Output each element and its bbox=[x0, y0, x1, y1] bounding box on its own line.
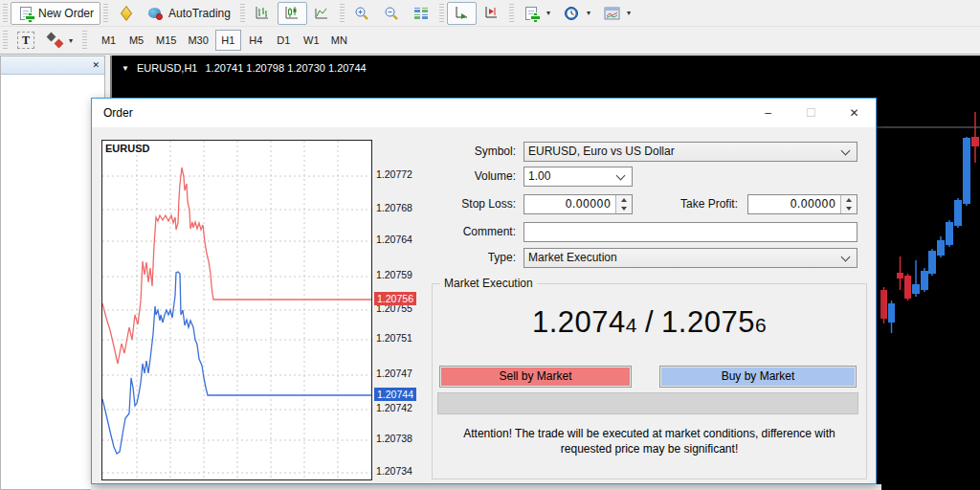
chevron-down-icon bbox=[841, 146, 851, 156]
toolbar-grip bbox=[103, 4, 108, 23]
sell-by-market-button[interactable]: Sell by Market bbox=[439, 366, 632, 388]
price-separator: / bbox=[645, 305, 654, 339]
indicators-caret-icon: ▾ bbox=[546, 9, 550, 17]
arrows-caret-icon: ▾ bbox=[69, 36, 73, 45]
periods-button[interactable]: ▾ bbox=[557, 2, 597, 25]
left-panel-header: ✕ bbox=[1, 56, 104, 75]
timeframe-mn[interactable]: MN bbox=[326, 30, 352, 51]
metaeditor-icon bbox=[118, 6, 134, 21]
toolbar-grip bbox=[3, 31, 8, 50]
auto-scroll-icon bbox=[454, 6, 470, 21]
text-tool-button[interactable]: T bbox=[11, 29, 41, 52]
ask-price-badge: 1.20756 bbox=[374, 292, 416, 305]
dialog-titlebar[interactable]: Order – ☐ ✕ bbox=[92, 99, 876, 127]
candlestick-button[interactable] bbox=[278, 2, 307, 25]
indicators-button[interactable]: ▾ bbox=[517, 2, 557, 25]
axis-price-label: 1.20751 bbox=[376, 332, 412, 344]
panel-close-button[interactable]: ✕ bbox=[92, 61, 100, 70]
timeframe-m15[interactable]: M15 bbox=[151, 30, 181, 51]
dialog-bottom-strip bbox=[91, 484, 881, 490]
tick-chart-price-axis: 1.207721.207681.207641.207591.207551.207… bbox=[374, 140, 416, 480]
tick-chart[interactable]: EURUSD bbox=[101, 140, 372, 480]
comment-input[interactable] bbox=[523, 222, 858, 242]
axis-price-label: 1.20747 bbox=[376, 368, 412, 379]
metaeditor-button[interactable] bbox=[111, 2, 141, 25]
close-button[interactable]: ✕ bbox=[833, 99, 876, 127]
indicators-icon bbox=[523, 6, 540, 21]
stop-loss-label: Stop Loss: bbox=[391, 194, 516, 214]
timeframe-m30[interactable]: M30 bbox=[183, 30, 212, 51]
type-select[interactable]: Market Execution bbox=[523, 248, 858, 268]
axis-price-label: 1.20759 bbox=[376, 269, 412, 280]
toolbar-grip[interactable] bbox=[3, 4, 8, 23]
comment-label: Comment: bbox=[391, 222, 516, 242]
volume-label: Volume: bbox=[391, 167, 516, 187]
take-profit-label: Take Profit: bbox=[613, 194, 738, 214]
timeframe-d1[interactable]: D1 bbox=[271, 30, 297, 51]
autotrading-icon bbox=[147, 6, 164, 21]
ask-price-last-digit: 6 bbox=[755, 314, 767, 336]
tile-windows-button[interactable] bbox=[407, 2, 436, 25]
arrows-tool-button[interactable]: ▾ bbox=[41, 29, 79, 52]
zoom-in-icon bbox=[354, 6, 370, 21]
group-title: Market Execution bbox=[440, 277, 537, 290]
type-label: Type: bbox=[391, 248, 516, 268]
bid-price-last-digit: 4 bbox=[626, 314, 637, 336]
volume-value: 1.00 bbox=[528, 169, 550, 183]
left-panel: ✕ bbox=[0, 56, 105, 490]
axis-price-label: 1.20738 bbox=[376, 433, 412, 444]
toolbar-grip bbox=[439, 4, 444, 23]
arrows-tool-icon bbox=[48, 33, 62, 47]
toolbar-grip bbox=[240, 4, 245, 23]
type-value: Market Execution bbox=[528, 251, 617, 264]
templates-caret-icon: ▾ bbox=[627, 9, 631, 17]
axis-price-label: 1.20742 bbox=[376, 402, 412, 413]
market-execution-group: Market Execution 1.20744/1.20756 Sell by… bbox=[432, 283, 867, 479]
tile-windows-icon bbox=[413, 6, 430, 21]
new-order-button[interactable]: New Order bbox=[11, 2, 100, 25]
take-profit-value: 0.00000 bbox=[790, 197, 835, 211]
timeframe-m5[interactable]: M5 bbox=[123, 30, 149, 51]
bar-chart-button[interactable] bbox=[248, 2, 278, 25]
maximize-button: ☐ bbox=[790, 99, 833, 127]
take-profit-input[interactable]: 0.00000 bbox=[747, 194, 858, 214]
bid-price: 1.2074 bbox=[532, 305, 626, 339]
zoom-out-button[interactable] bbox=[377, 2, 407, 25]
minimize-button[interactable]: – bbox=[746, 99, 790, 127]
symbol-select[interactable]: EURUSD, Euro vs US Dollar bbox=[523, 142, 858, 162]
chevron-down-icon bbox=[841, 253, 851, 262]
toolbar-line-studies: T ▾ M1M5M15M30H1H4D1W1MN bbox=[0, 27, 980, 55]
zoom-out-icon bbox=[384, 6, 400, 21]
buy-by-market-button[interactable]: Buy by Market bbox=[659, 366, 857, 388]
tick-chart-symbol: EURUSD bbox=[105, 143, 149, 154]
zoom-in-button[interactable] bbox=[347, 2, 377, 25]
templates-button[interactable]: ▾ bbox=[597, 2, 637, 25]
take-profit-spinner[interactable] bbox=[840, 195, 857, 213]
autotrading-button[interactable]: AutoTrading bbox=[141, 2, 237, 25]
tick-lines bbox=[102, 141, 371, 479]
line-chart-button[interactable] bbox=[307, 2, 337, 25]
metatrader-window: New Order AutoTrading bbox=[0, 0, 980, 490]
bid-price-badge: 1.20744 bbox=[374, 388, 416, 401]
spin-up-icon[interactable] bbox=[841, 195, 857, 205]
auto-scroll-button[interactable] bbox=[447, 2, 477, 25]
timeframe-toolbar: M1M5M15M30H1H4D1W1MN bbox=[96, 30, 354, 51]
chart-shift-button[interactable] bbox=[477, 2, 506, 25]
toolbar-grip bbox=[509, 4, 514, 23]
spin-down-icon[interactable] bbox=[841, 205, 857, 214]
periods-caret-icon: ▾ bbox=[587, 9, 590, 17]
new-order-icon bbox=[17, 6, 33, 21]
autotrading-label: AutoTrading bbox=[168, 7, 231, 20]
timeframe-m1[interactable]: M1 bbox=[96, 30, 122, 51]
templates-icon bbox=[604, 6, 620, 21]
dialog-title: Order bbox=[103, 106, 133, 120]
volume-select[interactable]: 1.00 bbox=[523, 167, 633, 187]
axis-price-label: 1.20734 bbox=[376, 465, 412, 477]
timeframe-h1[interactable]: H1 bbox=[215, 30, 241, 51]
timeframe-h4[interactable]: H4 bbox=[243, 30, 269, 51]
attention-text: Attention! The trade will be executed at… bbox=[440, 426, 858, 457]
toolbar-standard: New Order AutoTrading bbox=[0, 0, 980, 27]
timeframe-w1[interactable]: W1 bbox=[299, 30, 324, 51]
ask-price: 1.2075 bbox=[661, 305, 755, 339]
symbol-label: Symbol: bbox=[391, 142, 516, 162]
